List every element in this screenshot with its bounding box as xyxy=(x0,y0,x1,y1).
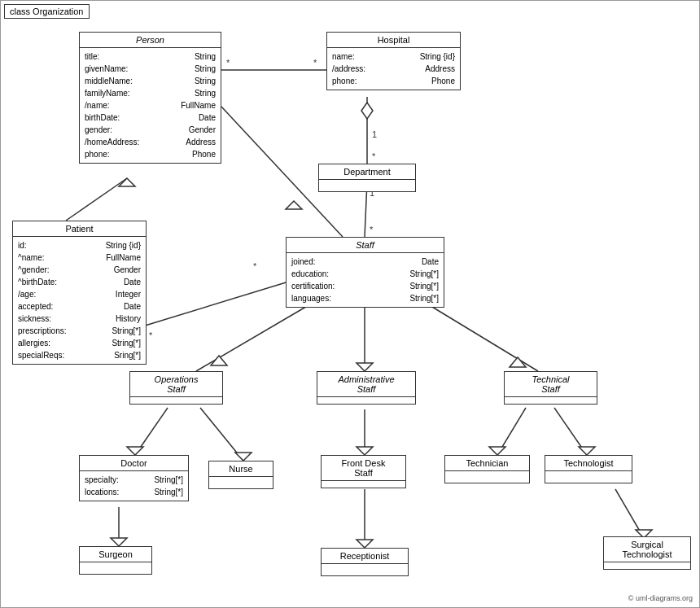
surgeon-title: Surgeon xyxy=(80,547,151,562)
svg-line-21 xyxy=(424,302,538,371)
svg-text:*: * xyxy=(226,58,230,68)
svg-marker-36 xyxy=(357,540,373,548)
staff-class: Staff joined:Date education:String[*] ce… xyxy=(286,237,444,308)
svg-text:*: * xyxy=(313,58,317,68)
staff-body: joined:Date education:String[*] certific… xyxy=(287,253,444,307)
svg-marker-11 xyxy=(119,178,135,186)
technologist-class: Technologist xyxy=(545,455,632,483)
technician-class: Technician xyxy=(444,455,530,483)
front-desk-staff-body xyxy=(322,481,405,488)
department-class: Department xyxy=(318,164,416,192)
receptionist-body xyxy=(322,564,408,575)
front-desk-staff-class: Front Desk Staff xyxy=(321,455,406,488)
technician-body xyxy=(445,471,529,483)
technologist-body xyxy=(545,471,632,483)
surgical-technologist-title: Surgical Technologist xyxy=(604,537,690,562)
technical-staff-body xyxy=(505,397,597,404)
person-title: Person xyxy=(80,33,221,48)
svg-line-17 xyxy=(196,302,314,371)
svg-marker-4 xyxy=(361,103,373,119)
diagram-title: class Organization xyxy=(4,4,90,19)
operations-staff-class: Operations Staff xyxy=(129,371,223,405)
svg-marker-30 xyxy=(489,447,505,455)
patient-class: Patient id:String {id} ^name:FullName ^g… xyxy=(12,221,147,365)
nurse-class: Nurse xyxy=(208,461,273,489)
patient-title: Patient xyxy=(13,221,146,237)
operations-staff-body xyxy=(130,397,222,404)
hospital-class: Hospital name:String {id} /address:Addre… xyxy=(326,32,461,90)
technologist-title: Technologist xyxy=(545,456,632,471)
svg-marker-24 xyxy=(127,447,143,455)
technical-staff-class: Technical Staff xyxy=(504,371,597,405)
doctor-title: Doctor xyxy=(80,456,188,471)
patient-body: id:String {id} ^name:FullName ^gender:Ge… xyxy=(13,237,146,364)
doctor-body: specialty:String[*] locations:String[*] xyxy=(80,471,188,501)
svg-text:*: * xyxy=(149,330,153,340)
department-title: Department xyxy=(319,164,415,180)
operations-staff-title: Operations Staff xyxy=(130,372,222,397)
surgeon-class: Surgeon xyxy=(79,546,152,575)
person-body: title:String givenName:String middleName… xyxy=(80,48,221,163)
svg-marker-32 xyxy=(579,447,595,455)
technician-title: Technician xyxy=(445,456,529,471)
svg-line-14 xyxy=(142,278,302,326)
staff-title: Staff xyxy=(287,238,444,253)
svg-line-23 xyxy=(135,408,168,455)
administrative-staff-body xyxy=(317,397,415,404)
svg-line-37 xyxy=(615,489,644,538)
svg-line-10 xyxy=(66,178,127,221)
administrative-staff-title: Administrative Staff xyxy=(317,372,415,397)
svg-marker-26 xyxy=(235,453,252,461)
technical-staff-title: Technical Staff xyxy=(505,372,597,397)
surgical-technologist-body xyxy=(604,562,690,569)
nurse-body xyxy=(209,477,273,488)
svg-marker-20 xyxy=(357,363,373,371)
hospital-title: Hospital xyxy=(327,33,460,48)
svg-line-29 xyxy=(497,408,526,455)
svg-line-25 xyxy=(200,408,243,461)
nurse-title: Nurse xyxy=(209,461,273,477)
svg-text:*: * xyxy=(370,225,374,234)
surgeon-body xyxy=(80,562,151,574)
front-desk-staff-title: Front Desk Staff xyxy=(322,456,405,481)
svg-marker-18 xyxy=(211,356,227,365)
receptionist-class: Receptionist xyxy=(321,548,409,576)
svg-text:*: * xyxy=(253,261,257,271)
hospital-body: name:String {id} /address:Address phone:… xyxy=(327,48,460,90)
svg-line-31 xyxy=(554,408,587,455)
administrative-staff-class: Administrative Staff xyxy=(317,371,416,405)
surgical-technologist-class: Surgical Technologist xyxy=(603,536,691,570)
copyright-label: © uml-diagrams.org xyxy=(628,594,693,602)
department-body xyxy=(319,180,415,191)
svg-marker-22 xyxy=(510,357,526,367)
diagram-container: class Organization * * 1 * 1 * * * xyxy=(0,0,700,608)
svg-marker-28 xyxy=(357,447,373,455)
person-class: Person title:String givenName:String mid… xyxy=(79,32,221,164)
svg-text:1: 1 xyxy=(372,129,377,139)
svg-marker-13 xyxy=(286,201,302,209)
receptionist-title: Receptionist xyxy=(322,549,408,564)
svg-marker-34 xyxy=(111,538,127,546)
svg-text:*: * xyxy=(372,151,376,161)
doctor-class: Doctor specialty:String[*] locations:Str… xyxy=(79,455,189,501)
